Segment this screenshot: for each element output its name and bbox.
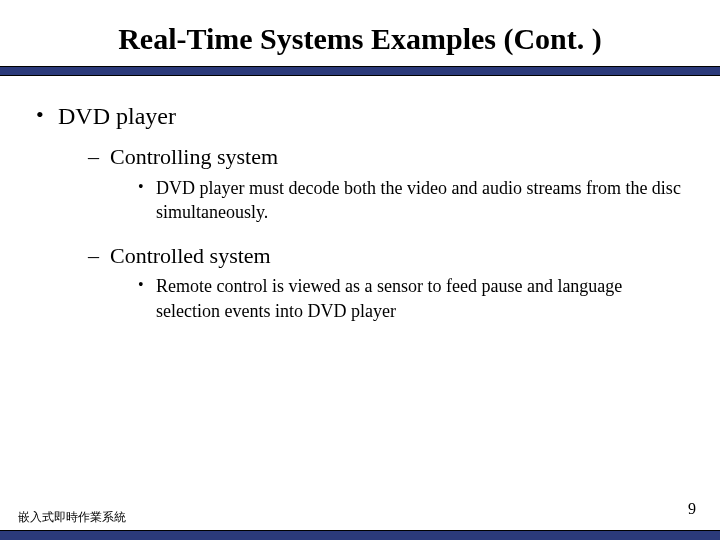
slide-title: Real-Time Systems Examples (Cont. ): [0, 0, 720, 66]
bullet-text: Controlled system: [110, 243, 271, 268]
list-item: DVD player Controlling system DVD player…: [30, 100, 690, 323]
bullet-text: DVD player must decode both the video an…: [156, 178, 681, 222]
page-number: 9: [688, 500, 696, 518]
footer-label: 嵌入式即時作業系統: [18, 509, 126, 526]
bullet-text: DVD player: [58, 103, 176, 129]
bullet-list-level1: DVD player Controlling system DVD player…: [30, 100, 690, 323]
list-item: Controlling system DVD player must decod…: [88, 142, 690, 224]
list-item: Controlled system Remote control is view…: [88, 241, 690, 323]
footer-divider: [0, 530, 720, 540]
bullet-text: Controlling system: [110, 144, 278, 169]
bullet-list-level3: Remote control is viewed as a sensor to …: [110, 274, 690, 323]
slide-content: DVD player Controlling system DVD player…: [0, 76, 720, 323]
bullet-list-level3: DVD player must decode both the video an…: [110, 176, 690, 225]
bullet-list-level2: Controlling system DVD player must decod…: [58, 142, 690, 323]
list-item: DVD player must decode both the video an…: [138, 176, 690, 225]
slide: Real-Time Systems Examples (Cont. ) DVD …: [0, 0, 720, 540]
bullet-text: Remote control is viewed as a sensor to …: [156, 276, 622, 320]
list-item: Remote control is viewed as a sensor to …: [138, 274, 690, 323]
title-divider: [0, 66, 720, 76]
